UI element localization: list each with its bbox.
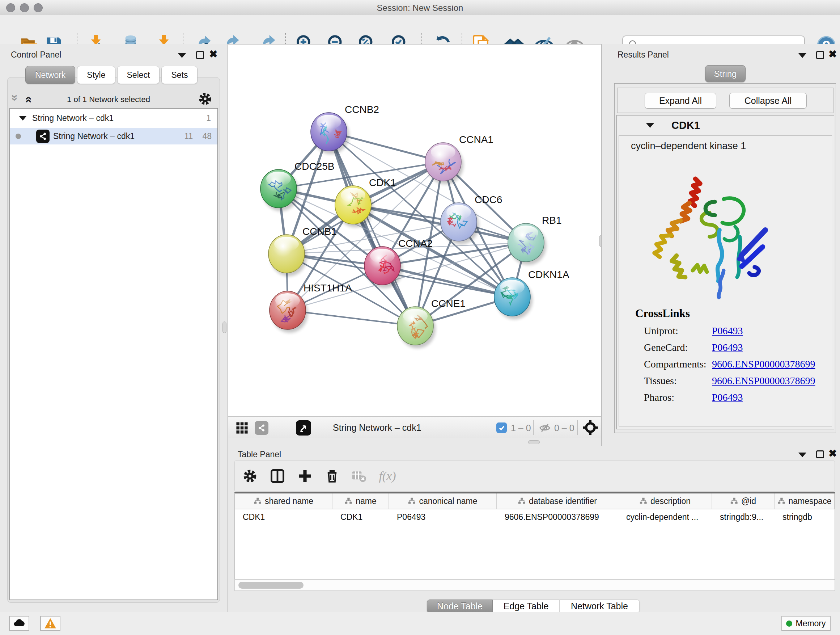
crosslink-row: Uniprot:P06493 — [644, 325, 825, 337]
results-panel-float-icon[interactable] — [816, 51, 824, 59]
birds-eye-view-icon[interactable] — [296, 420, 311, 435]
hidden-eye-icon[interactable] — [538, 421, 551, 436]
node-label: CDC25B — [294, 161, 334, 172]
table-cell[interactable]: P06493 — [389, 509, 497, 524]
crosslinks-heading: CrossLinks — [635, 307, 690, 320]
collection-expand-caret[interactable] — [19, 116, 27, 120]
collapse-all-networks-icon[interactable]: » — [10, 95, 21, 101]
table-tab-network-table[interactable]: Network Table — [559, 600, 639, 613]
toolbar-separator — [577, 420, 578, 435]
table-panel-menu-caret[interactable] — [798, 453, 806, 457]
table-cell[interactable]: cyclin-dependent ... — [618, 509, 712, 524]
network-options-gear-icon[interactable] — [197, 91, 213, 108]
network-canvas[interactable]: CCNB2CCNA1CDC25BCDK1CDC6RB1CCNB1CCNA2CDK… — [228, 44, 601, 416]
memory-button[interactable]: Memory — [782, 616, 831, 631]
tab-sets[interactable]: Sets — [161, 66, 197, 84]
crosslink-label: Pharos: — [644, 392, 712, 403]
column-header-namespace[interactable]: namespace — [775, 494, 835, 509]
crosslink-link[interactable]: P06493 — [712, 392, 743, 403]
network-view-toolbar: String Network – cdk1 1 – 0 0 – 0 — [228, 416, 601, 438]
warning-icon — [44, 617, 57, 630]
title-bar: Session: New Session — [0, 0, 840, 15]
results-panel-menu-caret[interactable] — [798, 53, 806, 58]
control-panel-float-icon[interactable] — [196, 51, 204, 59]
network-collection-row[interactable]: String Network – cdk1 1 — [10, 109, 218, 128]
column-header-database-identifier[interactable]: database identifier — [497, 494, 618, 509]
table-horizontal-scrollbar[interactable] — [234, 579, 835, 591]
table-cell[interactable]: stringdb:9... — [712, 509, 775, 524]
network-node-CCNB1[interactable]: CCNB1 — [268, 226, 337, 276]
function-builder-icon[interactable]: f(x) — [377, 466, 398, 486]
table-settings-gear-icon[interactable] — [240, 466, 261, 486]
table-cell[interactable]: 9606.ENSP00000378699 — [497, 509, 618, 524]
network-edge[interactable] — [329, 132, 415, 326]
column-header-canonical-name[interactable]: canonical name — [389, 494, 497, 509]
tab-network[interactable]: Network — [25, 66, 75, 84]
column-header-name[interactable]: name — [332, 494, 389, 509]
table-cell[interactable]: stringdb — [775, 509, 835, 524]
selected-checkbox-icon[interactable] — [496, 423, 507, 433]
node-label: CDK1 — [369, 177, 396, 188]
node-count: 11 — [185, 131, 193, 141]
network-node-CCNE1[interactable]: CCNE1 — [397, 298, 466, 348]
edge-count: 48 — [202, 131, 212, 141]
crosslink-label: Uniprot: — [644, 325, 712, 337]
network-node-CCNB2[interactable]: CCNB2 — [311, 104, 379, 154]
delete-table-icon[interactable] — [348, 466, 369, 486]
protein-expand-caret[interactable] — [646, 123, 654, 128]
left-splitter-handle[interactable] — [223, 321, 226, 333]
table-header-row: shared namenamecanonical namedatabase id… — [235, 494, 835, 509]
network-node-RB1[interactable]: RB1 — [508, 215, 561, 265]
grid-view-icon[interactable] — [236, 422, 248, 435]
scrollbar-thumb[interactable] — [238, 582, 303, 589]
crosslink-link[interactable]: 9606.ENSP00000378699 — [712, 358, 815, 370]
crosslink-row: GeneCard:P06493 — [644, 342, 825, 353]
tab-style[interactable]: Style — [77, 66, 115, 84]
control-panel-menu-caret[interactable] — [178, 53, 186, 58]
collapse-all-button[interactable]: Collapse All — [729, 93, 807, 109]
network-node-CDK1[interactable]: CDK1 — [335, 177, 396, 227]
control-panel-title: Control Panel — [11, 50, 61, 60]
node-label: HIST1H1A — [303, 282, 352, 294]
tab-string[interactable]: String — [705, 65, 745, 82]
column-header-shared-name[interactable]: shared name — [235, 494, 332, 509]
table-row: CDK1CDK1P064939606.ENSP00000378699cyclin… — [235, 509, 835, 524]
network-row-selected[interactable]: String Network – cdk1 11 48 — [10, 128, 218, 144]
bottom-splitter-handle[interactable] — [528, 440, 540, 444]
expand-all-networks-icon[interactable]: » — [22, 96, 33, 103]
table-tab-edge-table[interactable]: Edge Table — [493, 600, 559, 613]
results-panel-close-icon[interactable]: ✖ — [829, 50, 837, 58]
cloud-status-button[interactable] — [9, 616, 29, 631]
table-tab-node-table[interactable]: Node Table — [427, 600, 493, 613]
add-column-icon[interactable] — [294, 466, 316, 486]
network-node-CCNA1[interactable]: CCNA1 — [425, 134, 493, 184]
control-panel-close-icon[interactable]: ✖ — [209, 50, 218, 58]
table-cell[interactable]: CDK1 — [332, 509, 389, 524]
toolbar-separator — [533, 420, 534, 435]
crosslink-label: Compartments: — [644, 358, 712, 370]
fit-content-crosshair-icon[interactable] — [583, 420, 598, 437]
delete-column-trash-icon[interactable] — [322, 466, 343, 486]
table-panel-close-icon[interactable]: ✖ — [829, 450, 837, 458]
crosslink-link[interactable]: P06493 — [712, 342, 743, 353]
string-network-icon — [36, 130, 50, 143]
show-columns-icon[interactable] — [267, 466, 288, 486]
crosslink-label: GeneCard: — [644, 342, 712, 353]
crosslink-link[interactable]: P06493 — [712, 325, 743, 336]
table-panel-float-icon[interactable] — [816, 450, 824, 458]
node-label: CCNB1 — [302, 226, 337, 237]
network-share-icon[interactable] — [255, 421, 268, 435]
network-node-HIST1H1A[interactable]: HIST1H1A — [270, 282, 352, 333]
network-status-dot — [16, 134, 21, 139]
network-node-CDKN1A[interactable]: CDKN1A — [494, 269, 569, 319]
tab-select[interactable]: Select — [117, 66, 160, 84]
column-header--id[interactable]: @id — [712, 494, 775, 509]
warnings-button[interactable] — [40, 616, 60, 631]
table-cell[interactable]: CDK1 — [235, 509, 332, 524]
window-title: Session: New Session — [0, 3, 840, 13]
crosslink-row: Tissues:9606.ENSP00000378699 — [644, 375, 825, 386]
column-header-description[interactable]: description — [618, 494, 712, 509]
crosslink-link[interactable]: 9606.ENSP00000378699 — [712, 375, 815, 386]
expand-all-button[interactable]: Expand All — [645, 93, 716, 109]
network-node-CDC6[interactable]: CDC6 — [441, 194, 502, 244]
